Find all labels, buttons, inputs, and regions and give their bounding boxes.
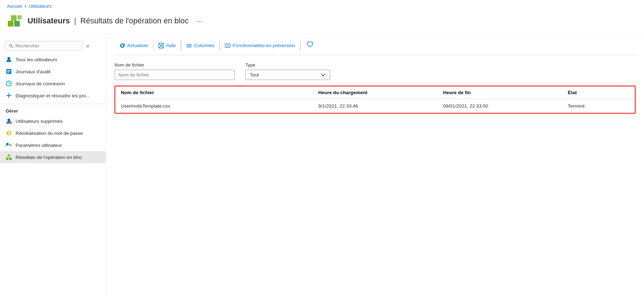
search-input[interactable] — [16, 43, 79, 48]
main-layout: « Tous les utilisateurs Journaux d'audit… — [0, 35, 644, 297]
sidebar-item-diagnostics[interactable]: Diagnostiquer et résoudre les pro... — [0, 90, 106, 102]
more-options-button[interactable]: ··· — [197, 17, 203, 25]
svg-rect-23 — [9, 157, 12, 160]
sidebar-item-password-reset[interactable]: Réinitialisation du mot de passe — [0, 127, 106, 139]
svg-rect-0 — [8, 21, 13, 27]
bulk-results-icon — [6, 154, 12, 160]
cell-end-time: 09/01/2021, 22:33:50 — [437, 99, 562, 113]
type-filter-label: Type — [245, 62, 330, 68]
svg-point-21 — [10, 144, 11, 146]
cell-upload-time: 9/1/2021, 22:33:46 — [313, 99, 438, 113]
refresh-button[interactable]: Actualiser — [115, 41, 153, 51]
content-area: Actualiser Aide Colonnes Fonctionnalités… — [106, 35, 644, 297]
type-filter-group: Type Tout — [245, 62, 330, 80]
preview-icon — [225, 43, 230, 48]
sidebar-item-signin-logs[interactable]: Journaux de connexion — [0, 78, 106, 90]
sidebar-item-bulk-results[interactable]: Résultats de l'opération en bloc — [0, 151, 106, 163]
help-button[interactable]: Aide — [153, 41, 181, 51]
table-row[interactable]: UserInviteTemplate.csv 9/1/2021, 22:33:4… — [115, 99, 635, 113]
filter-row: Nom de fichier Type Tout — [115, 55, 636, 86]
svg-rect-26 — [187, 44, 192, 45]
search-row: « — [0, 38, 106, 53]
app-logo — [7, 13, 23, 29]
table-header: Nom de fichier Heure du chargement Heure… — [115, 86, 635, 99]
cell-filename: UserInviteTemplate.csv — [115, 99, 313, 113]
sidebar-item-all-users[interactable]: Tous les utilisateurs — [0, 53, 106, 65]
breadcrumb-separator: > — [24, 4, 27, 9]
preview-features-button[interactable]: Fonctionnalités en préversion — [220, 41, 300, 51]
svg-rect-3 — [17, 15, 22, 19]
title-separator: | — [74, 16, 76, 25]
sidebar-item-user-settings[interactable]: Paramètres utilisateur — [0, 139, 106, 151]
search-icon — [9, 44, 13, 48]
breadcrumb-current[interactable]: Utilisateurs — [29, 4, 52, 9]
sidebar-collapse-button[interactable]: « — [86, 43, 89, 49]
type-filter-select[interactable]: Tout — [245, 70, 330, 80]
col-header-filename: Nom de fichier — [115, 86, 313, 99]
page-subtitle: Résultats de l'opération en bloc — [80, 16, 188, 25]
sidebar-item-audit-logs[interactable]: Journaux d'audit — [0, 65, 106, 78]
columns-button[interactable]: Colonnes — [181, 41, 219, 51]
svg-point-4 — [9, 44, 12, 47]
type-filter-value: Tout — [250, 72, 259, 78]
filename-filter-input[interactable] — [115, 70, 235, 80]
toolbar: Actualiser Aide Colonnes Fonctionnalités… — [115, 35, 636, 55]
toolbar-separator-3 — [300, 41, 301, 50]
sidebar-section-manage: Gérer — [0, 104, 106, 115]
user-settings-icon — [6, 142, 12, 148]
filename-filter-label: Nom de fichier — [115, 62, 235, 68]
results-table-container: Nom de fichier Heure du chargement Heure… — [115, 86, 636, 114]
deleted-users-icon — [6, 118, 12, 124]
results-table: Nom de fichier Heure du chargement Heure… — [115, 86, 635, 113]
svg-point-14 — [7, 119, 10, 121]
svg-rect-1 — [14, 21, 20, 27]
refresh-icon — [119, 43, 125, 48]
col-header-end: Heure de fin — [437, 86, 562, 99]
svg-rect-27 — [187, 45, 192, 46]
search-container — [5, 41, 83, 51]
diagnostics-icon — [6, 92, 12, 99]
breadcrumb: Accueil > Utilisateurs — [0, 0, 644, 11]
breadcrumb-home[interactable]: Accueil — [7, 4, 22, 9]
svg-rect-24 — [8, 154, 10, 157]
page-title: Utilisateurs | Résultats de l'opération … — [28, 16, 189, 25]
signin-icon — [6, 80, 12, 87]
svg-rect-8 — [7, 70, 11, 71]
columns-icon — [186, 43, 192, 48]
svg-point-6 — [7, 57, 10, 60]
audit-icon — [6, 68, 12, 75]
filename-filter-group: Nom de fichier — [115, 62, 235, 80]
svg-line-5 — [12, 46, 13, 48]
svg-rect-2 — [11, 15, 17, 21]
favorite-button[interactable] — [303, 39, 317, 52]
heart-icon — [306, 41, 314, 48]
chevron-down-icon — [321, 73, 326, 78]
svg-rect-28 — [187, 47, 192, 47]
table-body: UserInviteTemplate.csv 9/1/2021, 22:33:4… — [115, 99, 635, 113]
svg-rect-29 — [225, 44, 230, 47]
col-header-upload: Heure du chargement — [313, 86, 438, 99]
svg-rect-10 — [7, 73, 9, 73]
svg-rect-9 — [7, 71, 10, 72]
svg-rect-22 — [6, 157, 8, 160]
col-header-status: État — [562, 86, 635, 99]
page-header: Utilisateurs | Résultats de l'opération … — [0, 11, 644, 35]
password-reset-icon — [6, 130, 12, 136]
users-icon — [6, 56, 12, 63]
sidebar: « Tous les utilisateurs Journaux d'audit… — [0, 35, 106, 297]
sidebar-item-deleted-users[interactable]: Utilisateurs supprimés — [0, 115, 106, 127]
help-icon — [158, 43, 164, 48]
cell-status: Terminé — [562, 99, 635, 113]
